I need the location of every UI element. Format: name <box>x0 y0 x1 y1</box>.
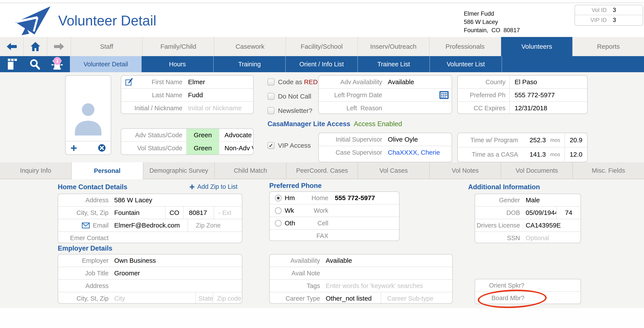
orient-spkr-row: Orient Spkr? <box>475 279 580 291</box>
id-box: Vol ID 3 VIP ID 3 <box>574 5 643 26</box>
subtab-trainee-list[interactable]: Trainee List <box>358 56 430 72</box>
tab-vol-notes[interactable]: Vol Notes <box>430 162 501 179</box>
address-field[interactable]: 586 W Lacey <box>112 196 242 204</box>
layout-columns-button[interactable] <box>6 58 20 70</box>
code-as-red-checkbox[interactable] <box>268 79 274 85</box>
newsletter-checkbox[interactable] <box>268 107 274 114</box>
search-button[interactable] <box>28 58 42 70</box>
adv-status-code[interactable]: Advocate <box>219 131 253 139</box>
tags-field[interactable]: Enter words for 'keywork' searches <box>324 282 452 289</box>
address-label: Address <box>58 197 112 204</box>
employer-state-field[interactable]: State <box>196 292 213 304</box>
gender-field[interactable]: Male <box>524 196 580 204</box>
availability-field[interactable]: Available <box>324 257 452 264</box>
career-type-field[interactable]: Other_not listed <box>324 295 380 302</box>
career-subtype-field[interactable]: Career Sub-type <box>380 292 452 304</box>
time-casa-months: 141.3 <box>522 151 546 158</box>
tab-staff[interactable]: Staff <box>71 37 143 56</box>
employer-city-label: City, St, Zip <box>58 295 112 302</box>
tab-inquiry-info[interactable]: Inquiry Info <box>0 162 72 179</box>
time-program-row: Time w/ Program 252.3 mos 20.9 <box>458 133 587 147</box>
cc-expires-field[interactable]: 12/31/2018 <box>510 104 587 112</box>
case-supervisor-link[interactable]: ChaXXXX, Cherie <box>386 149 452 156</box>
tab-misc-fields[interactable]: Misc. Fields <box>573 162 644 179</box>
preferred-ph-field[interactable]: 555 772-5977 <box>510 91 587 99</box>
red-word: RED <box>304 78 318 85</box>
photo-placeholder[interactable] <box>66 76 111 141</box>
job-title-field[interactable]: Groomer <box>112 269 242 277</box>
tab-peercoord-cases[interactable]: PeerCoord. Cases <box>286 162 358 179</box>
drivers-license-field[interactable]: CA143959E <box>524 222 580 229</box>
tab-child-match[interactable]: Child Match <box>215 162 286 179</box>
calendar-icon[interactable] <box>440 91 448 99</box>
vip-access-checkbox[interactable] <box>268 142 274 149</box>
phone-other-radio[interactable] <box>275 220 282 227</box>
status-fieldset: Adv Status/Code Green Advocate Vol Statu… <box>121 128 254 155</box>
subtab-training[interactable]: Training <box>214 56 286 72</box>
subtab-volunteer-detail[interactable]: Volunteer Detail <box>70 56 142 72</box>
employer-field[interactable]: Own Business <box>112 257 242 264</box>
first-name-field[interactable]: Elmer <box>186 78 253 86</box>
tab-vol-cases[interactable]: Vol Cases <box>358 162 430 179</box>
tab-family-child[interactable]: Family/Child <box>143 37 214 56</box>
subtab-volunteer-list[interactable]: Volunteer List <box>430 56 502 72</box>
gender-row: Gender Male <box>475 194 580 206</box>
back-button[interactable] <box>0 37 24 56</box>
time-casa-row: Time as a CASA 141.3 mos 12.0 <box>458 147 587 161</box>
employer-city-field[interactable]: City <box>112 295 196 302</box>
adv-status-color[interactable]: Green <box>186 129 219 141</box>
employer-address-row: Address <box>58 279 242 292</box>
phone-cell-label: Cell <box>304 220 328 227</box>
add-zip-to-list-button[interactable]: + Add Zip to List <box>189 183 238 190</box>
nickname-field[interactable]: Iniital or Nickname <box>186 104 253 112</box>
subtab-orient-info-list[interactable]: Orient / Info List <box>286 56 358 72</box>
employer-zip-field[interactable]: Zip code <box>213 292 242 304</box>
address-row: Address 586 W Lacey <box>58 194 242 206</box>
initial-supervisor-field[interactable]: Olive Oyle <box>386 136 452 143</box>
vol-id-value[interactable]: 3 <box>607 7 616 14</box>
last-name-field[interactable]: Fudd <box>186 91 253 99</box>
county-field[interactable]: El Paso <box>510 78 587 86</box>
forward-button[interactable] <box>47 37 71 56</box>
alerts-button[interactable]: 1 <box>50 58 64 70</box>
phone-work-radio[interactable] <box>275 207 282 214</box>
edit-icon[interactable] <box>125 78 133 86</box>
vip-id-value[interactable]: 3 <box>607 17 616 24</box>
ssn-field[interactable]: Optional <box>524 234 580 242</box>
phone-work-label: Work <box>304 207 328 214</box>
career-type-label: Career Type <box>270 295 324 302</box>
tab-inserv-outreach[interactable]: Inserv/Outreach <box>358 37 430 56</box>
phone-home-field[interactable]: 555 772-5977 <box>328 194 399 202</box>
tab-casework[interactable]: Casework <box>214 37 286 56</box>
time-program-unit: mos <box>546 137 564 143</box>
last-name-row: Last Name Fudd <box>121 88 253 101</box>
code-as-red-flag: Code as RED <box>268 78 318 86</box>
tab-personal[interactable]: Personal <box>72 162 143 179</box>
subtab-hours[interactable]: Hours <box>142 56 214 72</box>
zip-zone-field[interactable]: Zip Zone <box>188 219 242 231</box>
city-field[interactable]: Fountain <box>112 209 165 216</box>
ext-field[interactable]: - Ext <box>214 207 242 219</box>
adv-availability-field[interactable]: Available <box>386 78 452 86</box>
tab-vol-documents[interactable]: Vol Documents <box>501 162 573 179</box>
remove-photo-x-icon[interactable] <box>98 144 106 152</box>
tab-facility-school[interactable]: Facility/School <box>286 37 358 56</box>
dob-field[interactable]: 05/09/1944 <box>524 209 556 216</box>
phone-fax-label: FAX <box>304 232 328 239</box>
tab-reports[interactable]: Reports <box>573 37 644 56</box>
do-not-call-checkbox[interactable] <box>268 93 274 100</box>
tab-volunteers[interactable]: Volunteers <box>501 37 573 56</box>
phone-home-radio[interactable] <box>275 195 282 201</box>
vol-status-color[interactable]: Green <box>186 142 219 154</box>
tab-demographic-survey[interactable]: Demographic Survey <box>143 162 215 179</box>
phone-home-radio-label: Hm <box>285 194 295 202</box>
left-reason-label: Left Reason <box>319 105 386 112</box>
zip-field[interactable]: 80817 <box>183 207 214 219</box>
home-button[interactable] <box>24 37 47 56</box>
add-photo-plus-icon[interactable]: + <box>70 143 77 152</box>
tab-professionals[interactable]: Professionals <box>430 37 501 56</box>
email-field[interactable]: ElmerF@Bedrock.com <box>112 222 188 229</box>
state-field[interactable]: CO <box>165 207 183 219</box>
initial-supervisor-label: Initial Supervisor <box>319 136 386 143</box>
vol-status-code[interactable]: Non-Adv Vol <box>219 144 253 152</box>
